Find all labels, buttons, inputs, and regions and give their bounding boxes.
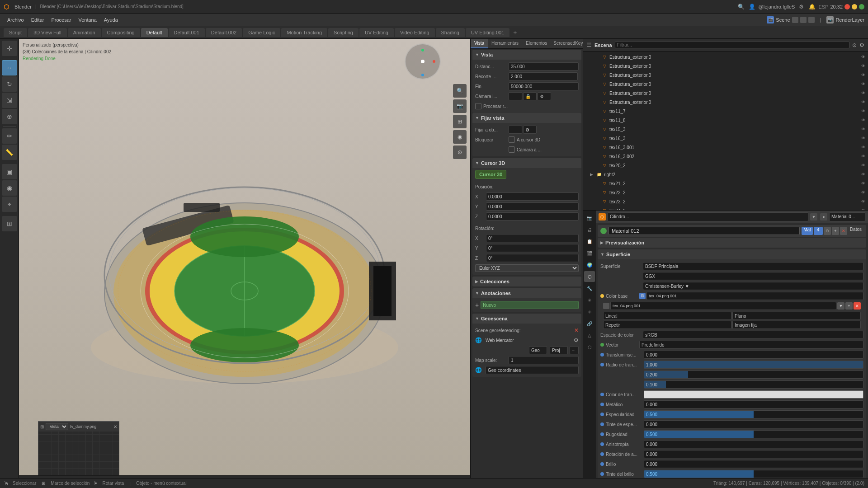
fin-value[interactable]: 50000.000 xyxy=(509,82,579,90)
menu-editar[interactable]: Editar xyxy=(28,16,48,24)
lasso-select-tool[interactable]: ⌖ xyxy=(2,197,17,212)
r020-slider[interactable]: 0.200 xyxy=(644,371,863,379)
outliner-item[interactable]: ▽tex16_3.002👁 xyxy=(583,152,868,161)
fijar-a-extra[interactable]: ⚙ xyxy=(523,126,537,134)
camara-extra[interactable]: ⚙ xyxy=(538,92,551,100)
repetir-option[interactable]: Repetir xyxy=(603,321,731,329)
pos-z-value[interactable]: 0.0000 xyxy=(486,212,579,221)
tab-3d-view-full[interactable]: 3D View Full xyxy=(28,28,67,37)
material-slot-tab[interactable]: Mat xyxy=(802,227,813,235)
tab-compositing[interactable]: Compositing xyxy=(102,28,140,37)
close-dot[interactable] xyxy=(844,4,850,9)
surface-header[interactable]: ▼ Superficie xyxy=(598,249,866,259)
scale-tool[interactable]: ⇲ xyxy=(2,93,17,108)
a-cursor-checkbox[interactable] xyxy=(509,136,515,143)
vista-section-header[interactable]: ▼ Vista xyxy=(472,50,581,60)
imagen-fija-option[interactable]: Imagen fija xyxy=(732,321,861,329)
outliner-item[interactable]: ▽Estructura_exterior.0👁 xyxy=(583,52,868,61)
tab-video-editing[interactable]: Video Editing xyxy=(395,28,435,37)
outliner-item[interactable]: ▶📁right2👁 xyxy=(583,170,868,179)
outliner-item[interactable]: ▽tex22_2👁 xyxy=(583,188,868,197)
tab-default[interactable]: Default xyxy=(141,28,168,37)
distribution-value[interactable]: GGX xyxy=(643,272,863,280)
prop-object-browse[interactable]: ▼ xyxy=(810,213,817,221)
outliner-item[interactable]: ▽Estructura_exterior.0👁 xyxy=(583,70,868,80)
outliner-filter-icon[interactable]: ⊙ xyxy=(852,42,857,48)
measure-tool[interactable]: 📏 xyxy=(2,145,17,160)
n-tab-vista[interactable]: Vista xyxy=(471,39,488,48)
material-name-input[interactable] xyxy=(609,227,800,235)
geoescena-header[interactable]: ▼ Geoescena xyxy=(472,314,581,324)
render-view-button[interactable]: ◉ xyxy=(453,130,467,144)
tab-uv-editing[interactable]: UV Editing xyxy=(359,28,394,37)
rot-y-value[interactable]: 0° xyxy=(486,244,579,252)
tab-shading[interactable]: Shading xyxy=(436,28,465,37)
subsurface-value[interactable]: Christensen-Burley ▼ xyxy=(643,282,863,290)
overlay-button[interactable]: ⊙ xyxy=(453,145,467,159)
outliner-item[interactable]: ▽tex23_2👁 xyxy=(583,197,868,206)
lineal-option[interactable]: Lineal xyxy=(603,312,731,320)
scene-add[interactable] xyxy=(800,17,807,23)
especularidad-slider[interactable]: 0.500 xyxy=(644,410,863,418)
outliner-item[interactable]: ▽tex16_3.001👁 xyxy=(583,143,868,152)
zoom-in-button[interactable]: 🔍 xyxy=(453,84,467,98)
outliner-item[interactable]: ▽tex11_8👁 xyxy=(583,116,868,125)
prop-tab-output[interactable]: 🖨 xyxy=(584,224,595,235)
maximize-dot[interactable] xyxy=(859,4,864,9)
georef-close-icon[interactable]: ✕ xyxy=(574,327,579,333)
material-browse[interactable]: ⊙ xyxy=(824,227,831,235)
distancia-value[interactable]: 35.000 xyxy=(509,62,579,70)
menu-ayuda[interactable]: Ayuda xyxy=(100,16,122,24)
geo-button[interactable]: Geo xyxy=(529,346,547,354)
cursor-tool[interactable]: ✛ xyxy=(2,41,17,56)
n-tab-herramientas[interactable]: Herramientas xyxy=(488,39,522,48)
circle-select-tool[interactable]: ◉ xyxy=(2,180,17,196)
prop-tab-particles[interactable]: ✳ xyxy=(584,295,595,305)
brillo-slider[interactable]: 0.000 xyxy=(644,460,863,468)
proj-button[interactable]: Proj xyxy=(550,346,568,354)
prop-tab-object[interactable]: ⬡ xyxy=(584,271,595,282)
scene-remove[interactable] xyxy=(808,17,815,23)
fijar-a-val[interactable] xyxy=(509,126,522,134)
uv-mode-select[interactable]: Vista xyxy=(46,423,68,430)
annotate-tool[interactable]: ✏ xyxy=(2,128,17,144)
predefinido-value[interactable]: Predefinido xyxy=(639,341,863,349)
tab-scripting[interactable]: Scripting xyxy=(328,28,359,37)
tinte-brillo-slider[interactable]: 0.500 xyxy=(644,470,863,478)
outliner-item[interactable]: ▽Estructura_exterior.0👁 xyxy=(583,80,868,89)
prop-tab-scene[interactable]: 🎬 xyxy=(584,248,595,258)
pos-y-value[interactable]: 0.0000 xyxy=(486,202,579,211)
outliner-item[interactable]: ▽tex21_2👁 xyxy=(583,179,868,188)
texture-node-delete[interactable]: ✕ xyxy=(854,302,861,310)
viewport-nav-gizmo[interactable] xyxy=(405,43,441,80)
prop-tab-modifiers[interactable]: 🔧 xyxy=(584,283,595,294)
camara-lock[interactable]: 🔒 xyxy=(523,92,537,100)
prop-tab-data[interactable]: △ xyxy=(584,330,595,341)
recorte-near[interactable]: 2.000 xyxy=(509,72,578,80)
prop-tab-world[interactable]: 🌍 xyxy=(584,259,595,270)
cursor3d-header[interactable]: ▼ Cursor 3D xyxy=(472,158,581,168)
grid-button[interactable]: ⊞ xyxy=(453,115,467,128)
map-scale-value[interactable]: 1 xyxy=(509,356,579,364)
prop-tab-material[interactable]: ⬡ xyxy=(584,342,595,352)
outliner-item[interactable]: ▽Estructura_exterior.0👁 xyxy=(583,89,868,98)
prop-active-material[interactable]: Material.0... xyxy=(829,212,865,221)
n-tab-elementos[interactable]: Elementos xyxy=(522,39,551,48)
pos-x-value[interactable]: 0.0000 xyxy=(486,192,579,201)
color-space-value[interactable]: sRGB xyxy=(643,331,863,339)
proj-settings[interactable]: – xyxy=(570,346,579,354)
outliner-item[interactable]: ▽Estructura_exterior.0👁 xyxy=(583,61,868,70)
tab-motion-tracking[interactable]: Motion Tracking xyxy=(281,28,327,37)
procesar-checkbox[interactable] xyxy=(475,103,481,109)
box-select-tool[interactable]: ▣ xyxy=(2,164,17,179)
texture-node-name[interactable]: tex_04.png.001 xyxy=(610,302,836,310)
settings-icon[interactable]: ⚙ xyxy=(797,2,806,11)
n-tab-screensed[interactable]: ScreensedKeys xyxy=(551,39,583,48)
material-datos[interactable]: Datos xyxy=(848,227,863,235)
fijar-vista-header[interactable]: ▼ Fijar vista xyxy=(472,113,581,123)
viewport-3d[interactable]: Personalizado (perspectiva) (39) Colecci… xyxy=(19,39,470,488)
bsdf-selector[interactable]: BSDF Principala xyxy=(643,262,863,270)
outliner-search[interactable] xyxy=(615,42,849,48)
notification-icon[interactable]: 🔔 xyxy=(807,2,816,11)
add-object-tool[interactable]: ⊞ xyxy=(2,216,17,231)
